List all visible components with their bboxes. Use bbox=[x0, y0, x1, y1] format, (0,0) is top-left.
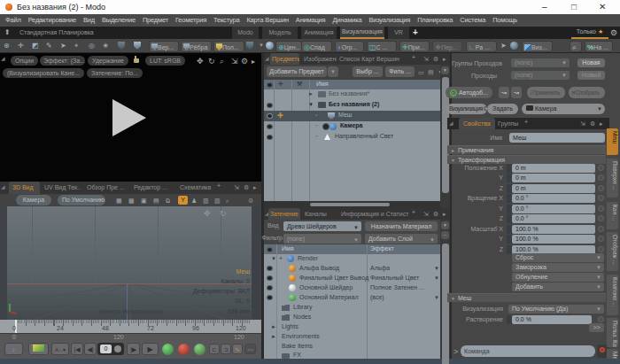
final-effect[interactable]: Финальный Цвет bbox=[370, 275, 419, 281]
viewport-3d[interactable]: ✥ ↻ Меш Каналы: 0 Деформаторы: ВКЛ GL: 0… bbox=[0, 206, 261, 320]
shader-effect[interactable]: Полное Затенен ... bbox=[370, 284, 424, 290]
pass-groups-dropdown[interactable]: (none)▼ bbox=[511, 58, 570, 67]
rec-time-button[interactable] bbox=[178, 344, 190, 355]
viewport-tab-preview[interactable]: Обзор Пре ... bbox=[84, 182, 125, 194]
camera-eye-icon[interactable] bbox=[267, 124, 273, 129]
items-gear-icon[interactable]: ⚙ bbox=[433, 53, 438, 65]
swap2-button[interactable]: ↝ bbox=[511, 87, 522, 98]
scale-y-field[interactable]: 100.0 % bbox=[512, 235, 595, 244]
items-eye-col-icon[interactable] bbox=[267, 82, 273, 88]
more-button[interactable]: >> bbox=[589, 323, 604, 332]
side-tab-surface[interactable]: Поверхн ... bbox=[607, 159, 618, 197]
final-eye-icon[interactable] bbox=[267, 275, 273, 281]
add-dropdown[interactable]: Добавить▼ bbox=[512, 283, 604, 291]
rot-x-field[interactable]: 0.0 ° bbox=[512, 194, 595, 203]
camera-dropdown[interactable]: Камера▼ bbox=[522, 104, 605, 114]
next-key-button[interactable]: |▶ bbox=[127, 343, 140, 355]
passes-dropdown[interactable]: (none)▼ bbox=[511, 71, 570, 80]
tool-user-icon[interactable]: ⌖ bbox=[74, 42, 79, 50]
add-item-button[interactable]: Добавить Предмет bbox=[267, 66, 327, 77]
shading-more-icon[interactable]: ▸ bbox=[443, 208, 446, 220]
pos-x-env[interactable] bbox=[598, 165, 604, 171]
transport-more-button[interactable]: >> bbox=[244, 344, 256, 354]
tool-center-button[interactable]: ⊕Цен... bbox=[275, 41, 302, 52]
pos-x-field[interactable]: 0 m bbox=[512, 164, 595, 173]
viewport-expand-icon[interactable]: ⇲ bbox=[234, 182, 239, 193]
items-vscroll-up[interactable]: ▼ bbox=[441, 66, 449, 74]
items-hscroll-thumb[interactable] bbox=[310, 203, 390, 206]
bake-label[interactable]: Bake Items bbox=[282, 343, 313, 349]
preview-rotate-icon[interactable]: ↻ bbox=[208, 56, 215, 67]
zero-dropdown[interactable]: Обнуление▼ bbox=[512, 273, 604, 282]
minimize-button[interactable]: – bbox=[542, 2, 547, 12]
filter-dropdown[interactable]: (none)▼ bbox=[283, 234, 361, 244]
items-tab-items[interactable]: Предметы bbox=[270, 53, 299, 65]
shader-eye-icon[interactable] bbox=[267, 285, 273, 290]
current-frame[interactable]: 0 bbox=[100, 345, 112, 353]
vp-gear-icon[interactable]: ⚙ bbox=[248, 195, 253, 206]
vp-orbit-icon[interactable]: ↻ bbox=[220, 208, 227, 220]
item-row-scene1[interactable]: ► Без названия* bbox=[264, 89, 440, 100]
tool-edges-button[interactable]: Рёбра bbox=[181, 41, 212, 52]
side-tab-channels[interactable]: Кан ... bbox=[607, 202, 618, 229]
tool-arrow-icon[interactable]: ➤ bbox=[60, 42, 66, 50]
loop-in-button[interactable]: ⊏ bbox=[209, 344, 220, 354]
play-button[interactable] bbox=[112, 99, 146, 136]
layout-gear-icon[interactable]: ⚙ bbox=[610, 28, 617, 37]
camera-label[interactable]: Камера bbox=[340, 122, 363, 128]
layout-tab-add[interactable]: + bbox=[413, 27, 418, 37]
layout-tab-render[interactable]: Визуализация bbox=[340, 27, 384, 39]
menu-vertexmap[interactable]: Карта Вершин bbox=[243, 14, 291, 27]
viewport-tab-schematic[interactable]: Схематика bbox=[178, 182, 213, 194]
vp-icon-grid2[interactable]: ▩ bbox=[128, 195, 135, 206]
shader-row-fx[interactable]: FX bbox=[264, 352, 440, 359]
preview-expand-icon[interactable]: ⇲ bbox=[231, 56, 238, 67]
new-pass-group-button[interactable]: Новая bbox=[577, 58, 605, 67]
apply-button[interactable]: ↓Применить bbox=[527, 87, 565, 98]
tool-percent-button[interactable]: %На ... bbox=[585, 41, 613, 52]
vp-icon-grid3[interactable]: ▣ bbox=[141, 195, 147, 206]
viewport-gear-icon[interactable]: ⚙ bbox=[244, 182, 249, 193]
props-tab-groups[interactable]: Группы bbox=[493, 118, 523, 129]
env-label[interactable]: Environments bbox=[282, 333, 320, 339]
props-tab-properties[interactable]: Свойства bbox=[459, 118, 495, 129]
transform-section[interactable]: ▼Трансформация bbox=[447, 155, 606, 164]
vp-icon-grid1[interactable]: ▦ bbox=[116, 195, 122, 206]
shading-vscroll-up[interactable]: ▼ bbox=[441, 221, 449, 229]
props-corner-icon[interactable]: ◢ bbox=[449, 120, 453, 126]
scale-y-env[interactable] bbox=[598, 236, 604, 242]
set-button[interactable]: Задать bbox=[487, 104, 518, 114]
preview-pan-icon[interactable]: ✥ bbox=[197, 56, 204, 67]
menu-animation[interactable]: Анимация bbox=[292, 14, 329, 27]
tool-globe-icon[interactable] bbox=[510, 42, 518, 50]
lights-collapse-icon[interactable]: ► bbox=[271, 324, 276, 329]
shader-row-library[interactable]: Library bbox=[264, 303, 440, 313]
props-gear-icon[interactable]: ⚙ bbox=[590, 118, 595, 129]
preview-effect-button[interactable]: Эффект: (За... bbox=[40, 56, 85, 66]
tool-vertices-button[interactable]: Вер... bbox=[149, 41, 179, 52]
add-layer-dropdown[interactable]: Добавить Слой▼ bbox=[365, 234, 438, 244]
preview-zoom-icon[interactable]: ⌕ bbox=[220, 56, 224, 67]
tool-zoom-icon[interactable]: ◎ bbox=[89, 42, 95, 50]
items-hsplit-icon[interactable]: ▭ bbox=[418, 66, 424, 78]
scene2-label[interactable]: Без названия (2) bbox=[329, 101, 379, 107]
tool-perspective-button[interactable]: ❖Пер... bbox=[432, 41, 462, 52]
light-label[interactable]: Направленный Свет bbox=[335, 133, 393, 139]
render-label[interactable]: Render bbox=[298, 255, 318, 261]
item-row-camera[interactable]: ⌐ Камера bbox=[264, 121, 440, 132]
scale-x-env[interactable] bbox=[598, 226, 604, 232]
side-tab-userchannels[interactable]: Польз. Кан... bbox=[607, 318, 618, 347]
auto-dropdown[interactable]: А...▾ bbox=[51, 343, 69, 355]
rot-z-field[interactable]: 0.0 ° bbox=[512, 214, 595, 223]
material-label[interactable]: Основной Материал bbox=[299, 294, 359, 300]
env-collapse-icon[interactable]: ► bbox=[271, 334, 276, 339]
tool-actor-icon[interactable]: ✬ bbox=[103, 42, 109, 50]
freeze-dropdown[interactable]: Заморозка▼ bbox=[512, 263, 604, 272]
vp-pan-icon[interactable]: ✥ bbox=[204, 208, 211, 220]
maximize-button[interactable]: □ bbox=[571, 2, 577, 12]
pin-icon[interactable]: ⬆ bbox=[4, 29, 12, 36]
side-tab-tag[interactable]: Метка bbox=[607, 349, 618, 359]
props-expand-icon[interactable]: ⇲ bbox=[580, 118, 585, 129]
render-plus-icon[interactable]: + bbox=[279, 255, 283, 261]
menu-layout[interactable]: Планировка bbox=[414, 14, 456, 27]
